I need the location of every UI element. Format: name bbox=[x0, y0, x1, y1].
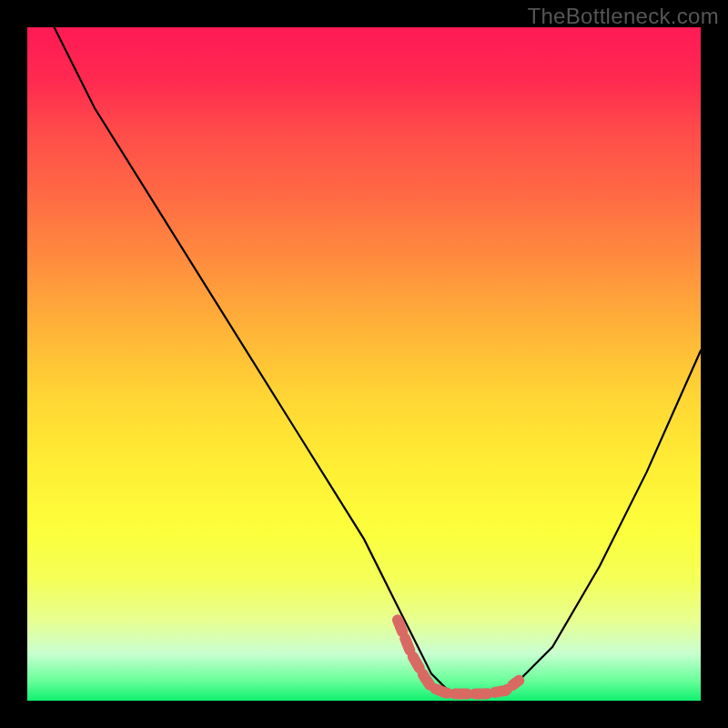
chart-svg bbox=[27, 27, 701, 701]
bottleneck-curve-line bbox=[55, 27, 701, 694]
plot-area bbox=[27, 27, 701, 701]
watermark-text: TheBottleneck.com bbox=[527, 4, 719, 29]
chart-frame: TheBottleneck.com bbox=[0, 0, 728, 728]
optimal-zone-markers bbox=[398, 620, 519, 693]
optimal-zone-stroke bbox=[398, 620, 519, 693]
